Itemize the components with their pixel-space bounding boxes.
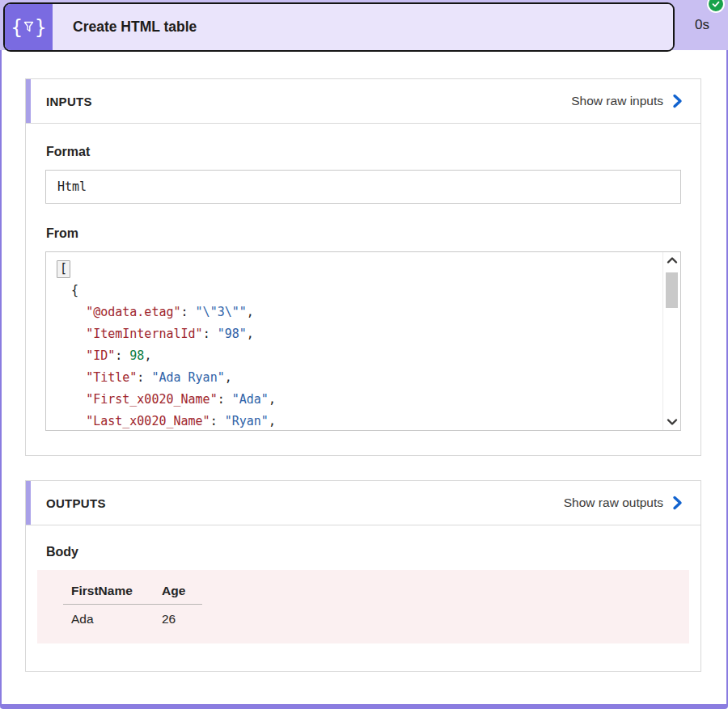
- braces-funnel-icon: {}: [11, 16, 47, 39]
- outputs-card-header: OUTPUTS Show raw outputs: [26, 481, 700, 525]
- result-table-header: Age: [154, 584, 202, 605]
- result-table: FirstNameAge Ada26: [63, 584, 202, 627]
- show-raw-inputs-link[interactable]: Show raw inputs: [571, 94, 683, 108]
- scroll-down-icon[interactable]: [667, 418, 678, 426]
- table-cell: 26: [154, 605, 202, 627]
- run-details-panel: INPUTS Show raw inputs Format Html From …: [0, 50, 728, 709]
- body-result-panel: FirstNameAge Ada26: [37, 570, 689, 643]
- code-line: {: [57, 280, 659, 302]
- code-line: "Last_x0020_Name": "Ryan",: [57, 411, 659, 431]
- chevron-right-icon: [672, 496, 683, 510]
- code-line: [: [57, 258, 659, 280]
- inputs-card: INPUTS Show raw inputs Format Html From …: [25, 78, 701, 456]
- code-lines: [ { "@odata.etag": "\"3\"", "ItemInterna…: [57, 258, 659, 431]
- code-line: "First_x0020_Name": "Ada",: [57, 389, 659, 411]
- data-operation-icon-box: {}: [5, 4, 53, 50]
- code-line: "@odata.etag": "\"3\"",: [57, 302, 659, 323]
- code-scrollbar[interactable]: [662, 252, 680, 430]
- code-line: "ID": 98,: [57, 345, 659, 367]
- result-table-body: Ada26: [63, 605, 202, 627]
- show-raw-outputs-link[interactable]: Show raw outputs: [564, 496, 683, 510]
- scroll-up-icon[interactable]: [667, 256, 678, 264]
- chevron-right-icon: [672, 94, 683, 108]
- outputs-card: OUTPUTS Show raw outputs Body FirstNameA…: [25, 480, 701, 672]
- inputs-card-body: Format Html From [ { "@odata.etag": "\"3…: [26, 124, 700, 455]
- code-line: "ItemInternalId": "98",: [57, 323, 659, 345]
- scrollbar-thumb[interactable]: [666, 272, 678, 308]
- action-title-card[interactable]: {} Create HTML table: [3, 2, 675, 52]
- format-label: Format: [46, 145, 681, 159]
- result-table-header: FirstName: [63, 584, 154, 605]
- show-raw-outputs-label: Show raw outputs: [564, 496, 663, 510]
- result-table-header-row: FirstNameAge: [63, 584, 202, 605]
- action-header-strip: {} Create HTML table 0s: [0, 0, 728, 50]
- inputs-title: INPUTS: [46, 95, 92, 108]
- body-label: Body: [46, 545, 689, 559]
- table-row: Ada26: [63, 605, 202, 627]
- table-cell: Ada: [63, 605, 154, 627]
- format-value: Html: [57, 179, 87, 194]
- format-value-box[interactable]: Html: [45, 170, 681, 204]
- action-title: Create HTML table: [73, 19, 197, 36]
- inputs-card-header: INPUTS Show raw inputs: [26, 79, 700, 124]
- code-line: "Title": "Ada Ryan",: [57, 367, 659, 389]
- action-title-area: Create HTML table: [53, 4, 673, 50]
- from-label: From: [46, 226, 681, 241]
- outputs-title: OUTPUTS: [46, 496, 106, 510]
- outputs-card-body: Body FirstNameAge Ada26: [26, 525, 700, 671]
- from-code-box[interactable]: [ { "@odata.etag": "\"3\"", "ItemInterna…: [45, 251, 681, 431]
- show-raw-inputs-label: Show raw inputs: [571, 94, 663, 108]
